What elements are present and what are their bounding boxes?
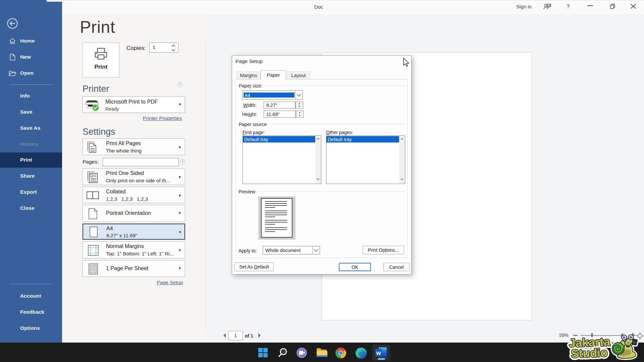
svg-text:Studio: Studio [571, 346, 608, 360]
svg-text:W: W [376, 350, 381, 356]
